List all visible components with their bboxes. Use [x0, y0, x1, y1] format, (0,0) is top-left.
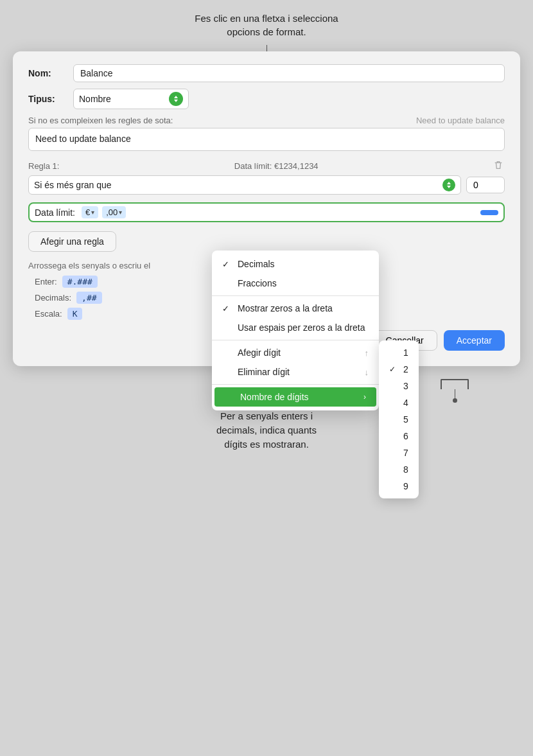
- dropdown-check-zeros-dreta: ✓: [222, 304, 232, 313]
- rules-condition-label: Si no es compleixen les regles de sota:: [28, 116, 173, 125]
- dropdown-label-afegir-digit: Afegir dígit: [238, 347, 281, 358]
- currency-chevron: ▾: [91, 209, 94, 216]
- rules-label-row: Si no es compleixen les regles de sota: …: [28, 116, 505, 125]
- sub-label-7: 7: [403, 448, 408, 458]
- sub-dropdown-item-1[interactable]: 1: [379, 344, 419, 361]
- condition-num-input[interactable]: [466, 177, 505, 193]
- rules-condition-hint: Need to update balance: [416, 116, 505, 125]
- trash-icon[interactable]: [493, 160, 505, 171]
- regla-limit-hint: Data límit: €1234,1234: [234, 161, 319, 171]
- dropdown-item-fraccions[interactable]: Fraccions: [212, 274, 379, 293]
- message-value: Need to update balance: [35, 134, 131, 144]
- nom-input[interactable]: [73, 64, 505, 82]
- sub-dropdown: 1✓23456789: [379, 340, 419, 498]
- dropdown-separator: [212, 384, 379, 385]
- regla-section: Regla 1: Data límit: €1234,1234 Si és mé…: [28, 160, 505, 195]
- regla-label: Regla 1:: [28, 161, 59, 171]
- sub-label-6: 6: [403, 431, 408, 441]
- dropdown-shortcut-afegir-digit: ↑: [365, 348, 369, 358]
- regla-header: Regla 1: Data límit: €1234,1234: [28, 160, 505, 171]
- condition-arrows-icon: [444, 180, 453, 189]
- sub-dropdown-item-4[interactable]: 4: [379, 394, 419, 411]
- bottom-annotation-text: Per a senyals enters i decimals, indica …: [216, 410, 317, 450]
- bottom-annotation: Per a senyals enters i decimals, indica …: [0, 403, 533, 457]
- condition-arrows[interactable]: [442, 179, 455, 191]
- tipus-value: Nombre: [79, 94, 165, 104]
- sub-label-5: 5: [403, 414, 408, 425]
- decimals-chip[interactable]: ,##: [76, 292, 101, 304]
- dropdown-label-zeros-dreta: Mostrar zeros a la dreta: [238, 303, 333, 313]
- currency-select[interactable]: € ▾: [82, 206, 98, 218]
- blue-btn[interactable]: [480, 210, 498, 215]
- format-select[interactable]: ,00 ▾: [102, 206, 126, 218]
- nom-label: Nom:: [28, 68, 67, 78]
- sub-label-1: 1: [403, 347, 408, 358]
- sub-dropdown-item-3[interactable]: 3: [379, 378, 419, 394]
- arrows-icon: [171, 94, 180, 103]
- dropdown-label-eliminar-digit: Eliminar dígit: [238, 367, 290, 377]
- dropdown-label-nombre-digits: Nombre de dígits: [240, 392, 309, 402]
- message-box[interactable]: Need to update balance: [28, 128, 505, 151]
- sub-dropdown-item-9[interactable]: 9: [379, 478, 419, 495]
- add-rule-btn[interactable]: Afegir una regla: [28, 231, 116, 252]
- top-annotation-text: Fes clic en una fletxa i selecciona opci…: [195, 13, 338, 37]
- enter-chip[interactable]: #.###: [62, 276, 98, 288]
- dropdown-item-espais-zeros[interactable]: Usar espais per zeros a la dreta: [212, 318, 379, 337]
- dropdown-label-decimals: Decimals: [238, 259, 275, 269]
- dropdown-label-espais-zeros: Usar espais per zeros a la dreta: [238, 322, 365, 333]
- sub-dropdown-item-8[interactable]: 8: [379, 461, 419, 478]
- dropdown-item-afegir-digit[interactable]: Afegir dígit↑: [212, 343, 379, 362]
- escala-label: Escala:: [35, 309, 62, 319]
- dropdown-shortcut-eliminar-digit: ↓: [365, 367, 369, 377]
- dropdown-check-decimals: ✓: [222, 259, 232, 269]
- dropdown-submenu-arrow-nombre-digits: ›: [363, 392, 366, 401]
- sub-dropdown-item-7[interactable]: 7: [379, 444, 419, 461]
- dropdown-separator: [212, 295, 379, 296]
- decimals-label: Decimals:: [35, 293, 71, 303]
- dropdown-menu: ✓DecimalsFraccions✓Mostrar zeros a la dr…: [212, 251, 379, 410]
- sub-label-2: 2: [403, 364, 408, 374]
- tipus-row: Tipus: Nombre: [28, 89, 505, 109]
- accept-button[interactable]: Acceptar: [444, 330, 505, 351]
- top-annotation: Fes clic en una fletxa i selecciona opci…: [0, 0, 533, 45]
- dropdown-label-fraccions: Fraccions: [238, 278, 277, 288]
- dropdown-item-decimals[interactable]: ✓Decimals: [212, 254, 379, 274]
- sub-label-3: 3: [403, 381, 408, 391]
- condition-value: Si és més gran que: [34, 180, 439, 190]
- sub-label-4: 4: [403, 398, 408, 408]
- format-chevron: ▾: [119, 209, 122, 216]
- sub-label-8: 8: [403, 464, 408, 475]
- regla-controls: Si és més gran que: [28, 175, 505, 195]
- bottom-bracket: [441, 379, 469, 403]
- currency-symbol: €: [85, 207, 90, 217]
- condition-select[interactable]: Si és més gran que: [28, 175, 461, 195]
- dropdown-item-eliminar-digit[interactable]: Eliminar dígit↓: [212, 362, 379, 382]
- sub-dropdown-item-5[interactable]: 5: [379, 411, 419, 428]
- sub-dropdown-item-6[interactable]: 6: [379, 428, 419, 444]
- tipus-select[interactable]: Nombre: [73, 89, 189, 109]
- sub-dropdown-item-2[interactable]: ✓2: [379, 361, 419, 378]
- tipus-arrows[interactable]: [169, 92, 183, 106]
- dropdown-item-zeros-dreta[interactable]: ✓Mostrar zeros a la dreta: [212, 299, 379, 318]
- sub-label-9: 9: [403, 481, 408, 491]
- escala-chip[interactable]: K: [67, 308, 83, 320]
- data-limit-label: Data límit:: [35, 207, 75, 218]
- nom-row: Nom:: [28, 64, 505, 82]
- dropdown-separator: [212, 340, 379, 340]
- data-limit-row: Data límit: € ▾ ,00 ▾: [28, 202, 505, 222]
- sub-check-2: ✓: [389, 365, 398, 374]
- dropdown-item-nombre-digits[interactable]: Nombre de dígits›: [214, 387, 376, 407]
- format-value: ,00: [106, 207, 118, 217]
- tipus-label: Tipus:: [28, 94, 67, 104]
- enter-label: Enter:: [35, 277, 57, 286]
